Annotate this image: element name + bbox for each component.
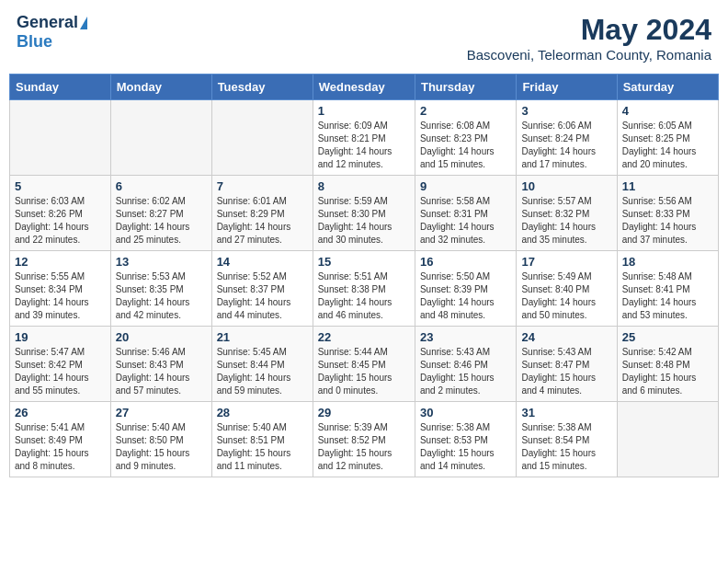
calendar-cell: 1Sunrise: 6:09 AM Sunset: 8:21 PM Daylig… (313, 100, 415, 176)
day-number: 13 (116, 255, 207, 269)
column-header-tuesday: Tuesday (211, 75, 313, 100)
column-header-friday: Friday (517, 75, 617, 100)
day-number: 26 (15, 406, 106, 419)
day-number: 19 (15, 330, 106, 344)
day-number: 21 (217, 330, 308, 344)
day-number: 16 (420, 255, 511, 269)
day-number: 30 (420, 406, 511, 419)
calendar-cell (10, 100, 111, 176)
day-info: Sunrise: 6:01 AM Sunset: 8:29 PM Dayligh… (217, 195, 308, 247)
day-info: Sunrise: 5:40 AM Sunset: 8:50 PM Dayligh… (116, 421, 207, 473)
calendar-cell: 21Sunrise: 5:45 AM Sunset: 8:44 PM Dayli… (211, 327, 313, 402)
day-number: 31 (521, 406, 611, 419)
location-title: Bascoveni, Teleorman County, Romania (467, 47, 711, 63)
calendar-cell: 24Sunrise: 5:43 AM Sunset: 8:47 PM Dayli… (517, 327, 617, 402)
day-info: Sunrise: 6:06 AM Sunset: 8:24 PM Dayligh… (521, 120, 611, 171)
calendar-cell: 8Sunrise: 5:59 AM Sunset: 8:30 PM Daylig… (313, 176, 415, 251)
calendar-cell: 10Sunrise: 5:57 AM Sunset: 8:32 PM Dayli… (517, 176, 617, 251)
day-number: 5 (15, 179, 106, 193)
calendar-cell: 31Sunrise: 5:38 AM Sunset: 8:54 PM Dayli… (517, 402, 617, 477)
day-info: Sunrise: 5:58 AM Sunset: 8:31 PM Dayligh… (420, 195, 511, 247)
calendar-cell: 11Sunrise: 5:56 AM Sunset: 8:33 PM Dayli… (617, 176, 718, 251)
page-header: General Blue May 2024 Bascoveni, Teleorm… (9, 9, 719, 66)
day-info: Sunrise: 5:51 AM Sunset: 8:38 PM Dayligh… (318, 270, 410, 322)
day-number: 25 (622, 330, 713, 344)
day-number: 27 (116, 406, 207, 419)
calendar-cell: 26Sunrise: 5:41 AM Sunset: 8:49 PM Dayli… (10, 402, 111, 477)
column-header-wednesday: Wednesday (313, 75, 415, 100)
day-number: 14 (217, 255, 308, 269)
day-info: Sunrise: 5:53 AM Sunset: 8:35 PM Dayligh… (116, 270, 207, 322)
day-info: Sunrise: 5:39 AM Sunset: 8:52 PM Dayligh… (318, 421, 410, 473)
calendar-cell: 17Sunrise: 5:49 AM Sunset: 8:40 PM Dayli… (517, 251, 617, 327)
day-number: 29 (318, 406, 410, 419)
calendar-week-row: 1Sunrise: 6:09 AM Sunset: 8:21 PM Daylig… (10, 100, 719, 176)
day-info: Sunrise: 5:47 AM Sunset: 8:42 PM Dayligh… (15, 346, 106, 397)
calendar-cell: 15Sunrise: 5:51 AM Sunset: 8:38 PM Dayli… (313, 251, 415, 327)
day-number: 7 (217, 179, 308, 193)
calendar-cell: 18Sunrise: 5:48 AM Sunset: 8:41 PM Dayli… (617, 251, 718, 327)
day-number: 18 (622, 255, 713, 269)
day-info: Sunrise: 5:46 AM Sunset: 8:43 PM Dayligh… (116, 346, 207, 397)
calendar-cell: 19Sunrise: 5:47 AM Sunset: 8:42 PM Dayli… (10, 327, 111, 402)
calendar-cell: 23Sunrise: 5:43 AM Sunset: 8:46 PM Dayli… (415, 327, 516, 402)
day-info: Sunrise: 5:52 AM Sunset: 8:37 PM Dayligh… (217, 270, 308, 322)
day-info: Sunrise: 5:45 AM Sunset: 8:44 PM Dayligh… (217, 346, 308, 397)
calendar-cell: 20Sunrise: 5:46 AM Sunset: 8:43 PM Dayli… (110, 327, 211, 402)
day-info: Sunrise: 6:09 AM Sunset: 8:21 PM Dayligh… (318, 120, 410, 171)
month-title: May 2024 (467, 13, 711, 47)
day-number: 10 (521, 179, 611, 193)
calendar-header-row: SundayMondayTuesdayWednesdayThursdayFrid… (10, 75, 719, 100)
day-info: Sunrise: 5:44 AM Sunset: 8:45 PM Dayligh… (318, 346, 410, 397)
calendar-cell: 9Sunrise: 5:58 AM Sunset: 8:31 PM Daylig… (415, 176, 516, 251)
calendar-week-row: 26Sunrise: 5:41 AM Sunset: 8:49 PM Dayli… (10, 402, 719, 477)
day-number: 12 (15, 255, 106, 269)
day-number: 20 (116, 330, 207, 344)
day-info: Sunrise: 5:59 AM Sunset: 8:30 PM Dayligh… (318, 195, 410, 247)
day-number: 8 (318, 179, 410, 193)
day-number: 3 (521, 104, 611, 118)
day-info: Sunrise: 5:43 AM Sunset: 8:46 PM Dayligh… (420, 346, 511, 397)
day-number: 17 (521, 255, 611, 269)
day-number: 24 (521, 330, 611, 344)
day-info: Sunrise: 5:57 AM Sunset: 8:32 PM Dayligh… (521, 195, 611, 247)
column-header-sunday: Sunday (10, 75, 111, 100)
day-number: 15 (318, 255, 410, 269)
calendar-cell: 22Sunrise: 5:44 AM Sunset: 8:45 PM Dayli… (313, 327, 415, 402)
day-number: 9 (420, 179, 511, 193)
calendar-cell: 3Sunrise: 6:06 AM Sunset: 8:24 PM Daylig… (517, 100, 617, 176)
day-info: Sunrise: 5:38 AM Sunset: 8:54 PM Dayligh… (521, 421, 611, 473)
title-block: May 2024 Bascoveni, Teleorman County, Ro… (467, 13, 711, 63)
calendar-week-row: 5Sunrise: 6:03 AM Sunset: 8:26 PM Daylig… (10, 176, 719, 251)
day-info: Sunrise: 5:55 AM Sunset: 8:34 PM Dayligh… (15, 270, 106, 322)
calendar-cell: 7Sunrise: 6:01 AM Sunset: 8:29 PM Daylig… (211, 176, 313, 251)
calendar-cell: 4Sunrise: 6:05 AM Sunset: 8:25 PM Daylig… (617, 100, 718, 176)
calendar-cell: 29Sunrise: 5:39 AM Sunset: 8:52 PM Dayli… (313, 402, 415, 477)
logo-triangle-icon (80, 17, 87, 29)
logo-general: General (17, 13, 78, 32)
calendar-cell: 16Sunrise: 5:50 AM Sunset: 8:39 PM Dayli… (415, 251, 516, 327)
calendar-cell: 25Sunrise: 5:42 AM Sunset: 8:48 PM Dayli… (617, 327, 718, 402)
calendar-cell: 27Sunrise: 5:40 AM Sunset: 8:50 PM Dayli… (110, 402, 211, 477)
day-info: Sunrise: 6:08 AM Sunset: 8:23 PM Dayligh… (420, 120, 511, 171)
calendar-cell: 2Sunrise: 6:08 AM Sunset: 8:23 PM Daylig… (415, 100, 516, 176)
calendar-cell: 28Sunrise: 5:40 AM Sunset: 8:51 PM Dayli… (211, 402, 313, 477)
day-info: Sunrise: 6:05 AM Sunset: 8:25 PM Dayligh… (622, 120, 713, 171)
calendar-week-row: 12Sunrise: 5:55 AM Sunset: 8:34 PM Dayli… (10, 251, 719, 327)
day-number: 28 (217, 406, 308, 419)
calendar-cell: 6Sunrise: 6:02 AM Sunset: 8:27 PM Daylig… (110, 176, 211, 251)
day-number: 23 (420, 330, 511, 344)
column-header-thursday: Thursday (415, 75, 516, 100)
day-info: Sunrise: 5:38 AM Sunset: 8:53 PM Dayligh… (420, 421, 511, 473)
day-info: Sunrise: 5:41 AM Sunset: 8:49 PM Dayligh… (15, 421, 106, 473)
day-info: Sunrise: 5:40 AM Sunset: 8:51 PM Dayligh… (217, 421, 308, 473)
day-info: Sunrise: 6:03 AM Sunset: 8:26 PM Dayligh… (15, 195, 106, 247)
day-info: Sunrise: 5:48 AM Sunset: 8:41 PM Dayligh… (622, 270, 713, 322)
day-info: Sunrise: 5:49 AM Sunset: 8:40 PM Dayligh… (521, 270, 611, 322)
day-info: Sunrise: 5:50 AM Sunset: 8:39 PM Dayligh… (420, 270, 511, 322)
calendar-cell (617, 402, 718, 477)
day-info: Sunrise: 6:02 AM Sunset: 8:27 PM Dayligh… (116, 195, 207, 247)
column-header-saturday: Saturday (617, 75, 718, 100)
calendar-cell: 13Sunrise: 5:53 AM Sunset: 8:35 PM Dayli… (110, 251, 211, 327)
calendar-cell (211, 100, 313, 176)
